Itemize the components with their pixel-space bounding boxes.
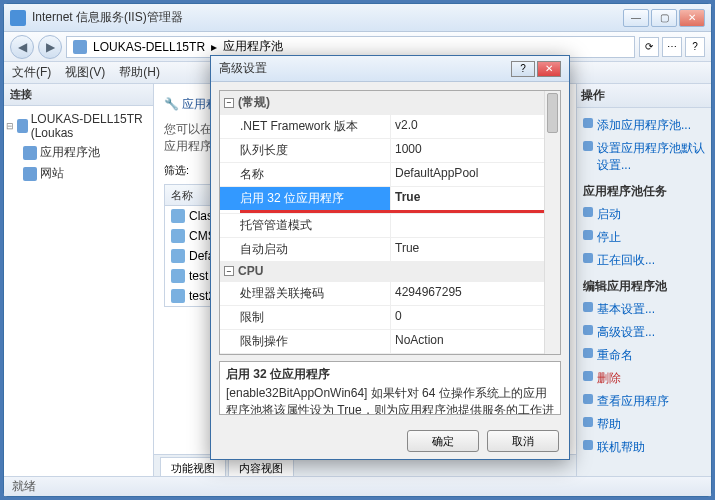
- pool-icon: [171, 229, 185, 243]
- scrollbar[interactable]: [544, 91, 560, 354]
- category-general[interactable]: −(常规): [220, 91, 560, 114]
- connections-sidebar: 连接 ⊟ LOUKAS-DELL15TR (Loukas 应用程序池 网站: [4, 84, 154, 476]
- iis-icon: [10, 10, 26, 26]
- prop-netfw[interactable]: .NET Framework 版本: [220, 115, 390, 138]
- action-stop[interactable]: 停止: [583, 226, 705, 249]
- prop-pipeline[interactable]: 托管管道模式: [220, 214, 390, 237]
- action-help[interactable]: 帮助: [583, 413, 705, 436]
- dialog-help-button[interactable]: ?: [511, 61, 535, 77]
- action-recycle[interactable]: 正在回收...: [583, 249, 705, 272]
- breadcrumb-host: LOUKAS-DELL15TR: [93, 40, 205, 54]
- window-title: Internet 信息服务(IIS)管理器: [32, 9, 623, 26]
- server-icon: [73, 40, 87, 54]
- actions-panel: 操作 添加应用程序池... 设置应用程序池默认设置... 应用程序池任务 启动 …: [576, 84, 711, 476]
- server-icon: [17, 119, 28, 133]
- sites-icon: [23, 167, 37, 181]
- pool-icon: [171, 289, 185, 303]
- actions-header: 操作: [577, 84, 711, 108]
- back-button[interactable]: ◀: [10, 35, 34, 59]
- connections-header: 连接: [4, 84, 153, 106]
- prop-limitaction[interactable]: 限制操作: [220, 330, 390, 353]
- help-body: [enable32BitAppOnWin64] 如果针对 64 位操作系统上的应…: [226, 386, 554, 415]
- cancel-button[interactable]: 取消: [487, 430, 559, 452]
- pool-icon: [171, 209, 185, 223]
- dialog-title: 高级设置: [219, 60, 511, 77]
- property-help: 启用 32 位应用程序 [enable32BitAppOnWin64] 如果针对…: [219, 361, 561, 415]
- dialog-close-button[interactable]: ✕: [537, 61, 561, 77]
- close-button[interactable]: ✕: [679, 9, 705, 27]
- scrollbar-thumb[interactable]: [547, 93, 558, 133]
- titlebar[interactable]: Internet 信息服务(IIS)管理器 — ▢ ✕: [4, 4, 711, 32]
- toolbar-icon-1[interactable]: ⟳: [639, 37, 659, 57]
- action-set-defaults[interactable]: 设置应用程序池默认设置...: [583, 137, 705, 177]
- tree-apppools[interactable]: 应用程序池: [6, 142, 151, 163]
- minimize-button[interactable]: —: [623, 9, 649, 27]
- dialog-titlebar[interactable]: 高级设置 ? ✕: [211, 56, 569, 82]
- status-text: 就绪: [12, 478, 36, 495]
- toolbar-icon-2[interactable]: ⋯: [662, 37, 682, 57]
- category-cpu[interactable]: −CPU: [220, 261, 560, 281]
- tree-root[interactable]: ⊟ LOUKAS-DELL15TR (Loukas: [6, 110, 151, 142]
- collapse-icon[interactable]: −: [224, 98, 234, 108]
- prop-autostart[interactable]: 自动启动: [220, 238, 390, 261]
- advanced-settings-dialog: 高级设置 ? ✕ −(常规) .NET Framework 版本v2.0 队列长…: [210, 55, 570, 460]
- menu-help[interactable]: 帮助(H): [119, 64, 160, 81]
- toolbar-help-icon[interactable]: ?: [685, 37, 705, 57]
- expand-icon[interactable]: ⊟: [6, 121, 14, 131]
- collapse-icon[interactable]: −: [224, 266, 234, 276]
- action-start[interactable]: 启动: [583, 203, 705, 226]
- maximize-button[interactable]: ▢: [651, 9, 677, 27]
- action-basic[interactable]: 基本设置...: [583, 298, 705, 321]
- prop-affinity[interactable]: 处理器关联掩码: [220, 282, 390, 305]
- apppool-icon: [23, 146, 37, 160]
- action-rename[interactable]: 重命名: [583, 344, 705, 367]
- action-delete[interactable]: 删除: [583, 367, 705, 390]
- menu-view[interactable]: 视图(V): [65, 64, 105, 81]
- prop-enable32-row[interactable]: 启用 32 位应用程序True▾: [220, 186, 560, 210]
- pool-icon: [171, 249, 185, 263]
- statusbar: 就绪: [4, 476, 711, 496]
- help-title: 启用 32 位应用程序: [226, 366, 554, 383]
- ok-button[interactable]: 确定: [407, 430, 479, 452]
- forward-button[interactable]: ▶: [38, 35, 62, 59]
- prop-limitinterval[interactable]: 限制间隔(分钟): [220, 354, 390, 355]
- menu-file[interactable]: 文件(F): [12, 64, 51, 81]
- action-add-pool[interactable]: 添加应用程序池...: [583, 114, 705, 137]
- property-grid[interactable]: −(常规) .NET Framework 版本v2.0 队列长度1000 名称D…: [219, 90, 561, 355]
- tree-sites[interactable]: 网站: [6, 163, 151, 184]
- prop-limit[interactable]: 限制: [220, 306, 390, 329]
- prop-name[interactable]: 名称: [220, 163, 390, 186]
- connections-tree: ⊟ LOUKAS-DELL15TR (Loukas 应用程序池 网站: [4, 106, 153, 188]
- breadcrumb-sep: ▸: [211, 40, 217, 54]
- actions-group-edit: 编辑应用程序池: [583, 278, 705, 295]
- action-online-help[interactable]: 联机帮助: [583, 436, 705, 459]
- prop-queue[interactable]: 队列长度: [220, 139, 390, 162]
- pool-icon: [171, 269, 185, 283]
- breadcrumb-section: 应用程序池: [223, 38, 283, 55]
- actions-group-tasks: 应用程序池任务: [583, 183, 705, 200]
- action-advanced[interactable]: 高级设置...: [583, 321, 705, 344]
- action-view-apps[interactable]: 查看应用程序: [583, 390, 705, 413]
- prop-enable32[interactable]: 启用 32 位应用程序: [220, 187, 390, 210]
